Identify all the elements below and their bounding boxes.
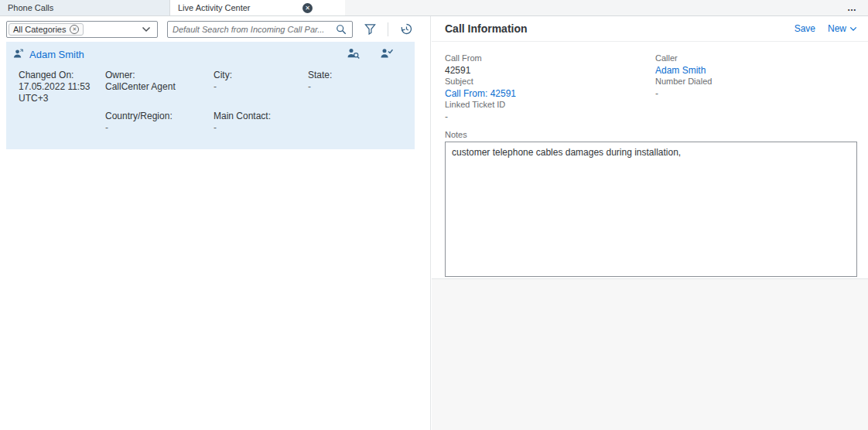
field-label: Caller — [655, 53, 856, 63]
app-window: Phone Calls Live Activity Center ✕ … All… — [0, 0, 868, 430]
category-token[interactable]: All Categories ✕ — [9, 23, 84, 36]
field-label: Main Contact: — [214, 111, 302, 122]
caller-link[interactable]: Adam Smith — [655, 65, 856, 76]
contact-name-link[interactable]: Adam Smith — [29, 49, 84, 60]
call-information-form: Call From 42591 Caller Adam Smith Subjec… — [432, 42, 868, 122]
new-button[interactable]: New — [828, 23, 857, 34]
search-input[interactable] — [173, 25, 332, 34]
notes-section: Notes customer telephone cables damages … — [432, 122, 868, 277]
notes-textarea[interactable]: customer telephone cables damages during… — [445, 142, 857, 277]
field-label: Linked Ticket ID — [445, 100, 655, 110]
category-dropdown[interactable]: All Categories ✕ — [6, 21, 158, 38]
contact-field-city: City: - — [214, 70, 308, 111]
field-value: CallCenter Agent — [105, 81, 207, 93]
contact-field-state: State: - — [308, 70, 408, 111]
tab-bar: Phone Calls Live Activity Center ✕ … — [0, 0, 868, 16]
field-caller: Caller Adam Smith — [655, 53, 856, 76]
field-value: - — [105, 122, 207, 134]
contact-field-main-contact: Main Contact: - — [214, 111, 308, 140]
contact-card: Adam Smith — [6, 42, 415, 149]
notes-label: Notes — [445, 130, 857, 140]
field-label: State: — [308, 70, 402, 81]
save-button[interactable]: Save — [795, 23, 815, 34]
contact-fields-grid: Changed On: 17.05.2022 11:53 UTC+3 Owner… — [6, 65, 415, 149]
field-subject: Subject Call From: 42591 — [445, 77, 655, 99]
field-value: - — [308, 81, 402, 93]
field-number-dialed: Number Dialed - — [655, 77, 856, 99]
field-label: Number Dialed — [655, 77, 856, 87]
field-label: Call From — [445, 53, 655, 63]
confirm-contact-icon[interactable] — [380, 47, 393, 62]
field-label: Changed On: — [19, 70, 99, 81]
field-value: 42591 — [445, 65, 655, 76]
contact-card-actions — [347, 47, 402, 62]
inspect-contact-icon[interactable] — [347, 47, 360, 62]
toolbar-separator — [388, 22, 388, 36]
new-button-label: New — [828, 23, 846, 34]
header-actions: Save New — [795, 23, 857, 34]
search-icon[interactable] — [335, 23, 347, 36]
field-linked-ticket-id: Linked Ticket ID - — [445, 100, 655, 122]
call-information-header: Call Information Save New — [432, 16, 868, 42]
filter-icon[interactable] — [362, 21, 379, 38]
field-value: 17.05.2022 11:53 UTC+3 — [19, 81, 99, 104]
field-label: City: — [214, 70, 302, 81]
contact-field-changed-on: Changed On: 17.05.2022 11:53 UTC+3 — [19, 70, 105, 111]
call-information-panel: Call Information Save New Call From 4259… — [432, 16, 868, 430]
live-activity-left-panel: All Categories ✕ — [0, 16, 431, 430]
page-title: Call Information — [445, 22, 528, 35]
subject-link[interactable]: Call From: 42591 — [445, 88, 655, 99]
field-label: Country/Region: — [105, 111, 207, 122]
field-value: - — [214, 122, 302, 134]
field-value: - — [655, 88, 856, 99]
call-information-card: Call Information Save New Call From 4259… — [432, 16, 868, 279]
contact-card-header: Adam Smith — [6, 42, 415, 65]
field-value: - — [214, 81, 302, 93]
reset-history-icon[interactable] — [398, 21, 415, 38]
tab-live-activity-center[interactable]: Live Activity Center ✕ — [170, 0, 345, 15]
contact-icon — [12, 48, 24, 61]
category-token-label: All Categories — [13, 25, 66, 34]
filter-toolbar: All Categories ✕ — [0, 16, 430, 41]
tab-phone-calls[interactable]: Phone Calls — [0, 0, 170, 15]
field-label: Owner: — [105, 70, 207, 81]
remove-token-icon[interactable]: ✕ — [70, 25, 79, 34]
tab-live-activity-center-label: Live Activity Center — [178, 3, 251, 12]
overflow-menu-button[interactable]: … — [836, 0, 868, 15]
contact-field-owner: Owner: CallCenter Agent — [105, 70, 214, 111]
field-call-from: Call From 42591 — [445, 53, 655, 76]
field-label: Subject — [445, 77, 655, 87]
chevron-down-icon[interactable] — [140, 23, 152, 36]
close-icon[interactable]: ✕ — [302, 3, 313, 13]
contact-field-country-region: Country/Region: - — [105, 111, 214, 140]
tab-phone-calls-label: Phone Calls — [8, 3, 53, 12]
field-value: - — [445, 111, 655, 122]
search-field[interactable] — [167, 21, 353, 38]
chevron-down-icon — [849, 26, 857, 32]
